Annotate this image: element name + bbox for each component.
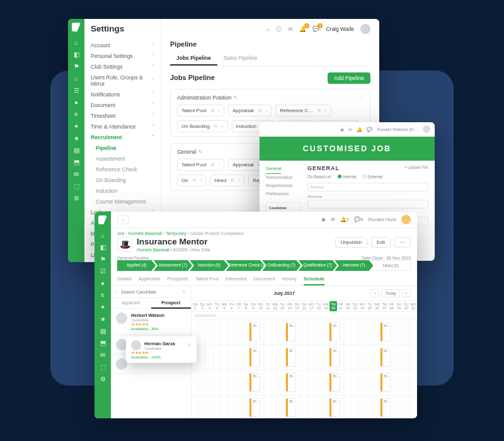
slot-cell[interactable] (323, 370, 330, 395)
sidebar-subitem[interactable]: On Boarding (91, 175, 154, 185)
slot-cell[interactable] (279, 370, 287, 395)
rail-icon[interactable]: ⬚ (100, 364, 106, 370)
mail-icon[interactable]: ✉ (331, 217, 335, 222)
slot-cell[interactable] (366, 345, 374, 370)
unpublish-button[interactable]: Unpublish (335, 237, 367, 248)
slot-cell[interactable] (279, 396, 287, 418)
global-search[interactable]: ⌕ (117, 215, 129, 224)
rail-icon[interactable]: ⬒ (74, 159, 79, 166)
side-item[interactable]: Remuneration (266, 174, 301, 182)
slot-cell[interactable] (366, 396, 374, 418)
rail-icon[interactable]: ✉ (74, 171, 79, 178)
shift-block[interactable]: 8h… (381, 323, 391, 341)
slot-cell[interactable] (315, 396, 323, 418)
sidebar-subitem[interactable]: Pipeline (91, 142, 154, 153)
bell-icon[interactable]: 🔔2 (340, 217, 349, 222)
stage-chevron[interactable]: Applied (4) (117, 260, 156, 271)
slot-cell[interactable] (228, 345, 236, 370)
sidebar-item[interactable]: Club Settings˅ (91, 61, 154, 72)
slot-cell[interactable] (315, 370, 323, 395)
side-item[interactable]: Requirements (266, 182, 301, 190)
drag-icon[interactable]: › (219, 162, 220, 168)
drag-icon[interactable]: › (222, 123, 224, 129)
job-tab[interactable]: Document (253, 273, 275, 285)
day-cell[interactable]: FR14 (286, 301, 294, 311)
rail-icon[interactable]: ◧ (74, 51, 79, 58)
rail-icon[interactable]: ⚙ (100, 375, 106, 382)
slot-cell[interactable] (220, 345, 228, 370)
slot-cell[interactable] (279, 320, 287, 345)
rail-icon[interactable]: ⬒ (100, 340, 106, 346)
shift-block[interactable]: 8h… (286, 398, 296, 417)
slot-cell[interactable] (344, 396, 352, 418)
day-cell[interactable]: SU30 (403, 301, 410, 311)
slot-cell[interactable] (235, 396, 243, 418)
slot-cell[interactable] (395, 396, 403, 418)
slot-cell[interactable] (301, 345, 308, 370)
day-cell[interactable]: MO10 (257, 301, 265, 311)
edit-icon[interactable]: ✎ (233, 94, 238, 101)
candidate-card[interactable]: Dominic McGuireCandidateHerman GarzaCand… (111, 335, 191, 355)
slot-cell[interactable] (344, 320, 352, 345)
slot-cell[interactable] (308, 320, 316, 345)
search-icon[interactable]: ⌕ (266, 26, 270, 32)
slot-cell[interactable] (199, 345, 207, 370)
shift-block[interactable]: 8h… (249, 373, 260, 392)
slot-cell[interactable] (410, 370, 417, 395)
slot-cell[interactable] (359, 320, 367, 345)
next-button[interactable]: › (402, 289, 411, 297)
drag-icon[interactable]: › (219, 108, 220, 113)
remove-icon[interactable]: ✕ (317, 108, 321, 113)
shift-block[interactable]: 8h… (329, 398, 340, 417)
slot-cell[interactable] (315, 320, 323, 345)
slot-cell[interactable] (359, 370, 367, 395)
slot-cell[interactable] (344, 370, 352, 395)
more-button[interactable]: ⋯ (394, 237, 411, 248)
slot-cell[interactable] (214, 396, 221, 418)
slot-cell[interactable] (199, 370, 207, 395)
drag-icon[interactable]: › (238, 178, 240, 183)
day-cell[interactable]: TU4 (214, 301, 221, 311)
slot-cell[interactable] (352, 370, 359, 395)
slot-cell[interactable] (395, 345, 403, 370)
day-cell[interactable]: FR7 (235, 301, 243, 311)
slot-cell[interactable] (214, 370, 221, 395)
today-button[interactable]: Today (381, 289, 399, 297)
day-cell[interactable]: WE26 (374, 301, 381, 311)
shift-block[interactable]: 8h… (381, 398, 391, 417)
slot-cell[interactable] (272, 396, 279, 418)
slot-cell[interactable] (272, 320, 279, 345)
sidebar-subitem[interactable]: Reference Check (91, 164, 154, 175)
sidebar-item[interactable]: Document˅ (91, 100, 154, 110)
slot-cell[interactable] (403, 345, 410, 370)
slot-cell[interactable] (243, 396, 250, 418)
rail-icon[interactable]: ✦ (100, 304, 105, 311)
shift-block[interactable]: 8h… (249, 323, 260, 341)
sidebar-item[interactable]: Users Role, Groups & Mirror˅ (91, 72, 154, 89)
sidebar-item[interactable]: Time & Attendance˅ (91, 121, 154, 132)
job-tab[interactable]: Applicants (139, 273, 161, 285)
rail-icon[interactable]: ⚑ (100, 256, 106, 263)
slot-cell[interactable] (264, 320, 272, 345)
day-cell[interactable]: SA15 (294, 301, 301, 311)
slot-cell[interactable] (410, 345, 417, 370)
apps-icon[interactable]: ◉ (321, 217, 326, 222)
slot-cell[interactable] (410, 320, 417, 345)
slot-cell[interactable] (243, 320, 250, 345)
stage-chevron[interactable]: Hired (0) (371, 260, 411, 271)
slot-cell[interactable] (359, 396, 367, 418)
avatar[interactable] (401, 215, 411, 224)
rail-icon[interactable]: ✦ (74, 123, 79, 130)
day-cell[interactable]: MO17 (308, 301, 316, 311)
sidebar-subitem[interactable]: Assessment (91, 153, 154, 164)
slot-cell[interactable] (374, 370, 381, 395)
shift-block[interactable]: 8h… (249, 348, 260, 367)
add-pipeline-button[interactable]: Add Pipeline (328, 72, 370, 84)
apps-icon[interactable]: ◉ (340, 127, 344, 132)
day-cell[interactable]: MO3 (206, 301, 214, 311)
day-cell[interactable]: TU11 (264, 301, 272, 311)
menu-icon[interactable]: ⋯ (358, 94, 364, 101)
day-cell[interactable]: TH27 (381, 301, 388, 311)
slot-cell[interactable] (403, 320, 410, 345)
slot-cell[interactable] (301, 320, 308, 345)
